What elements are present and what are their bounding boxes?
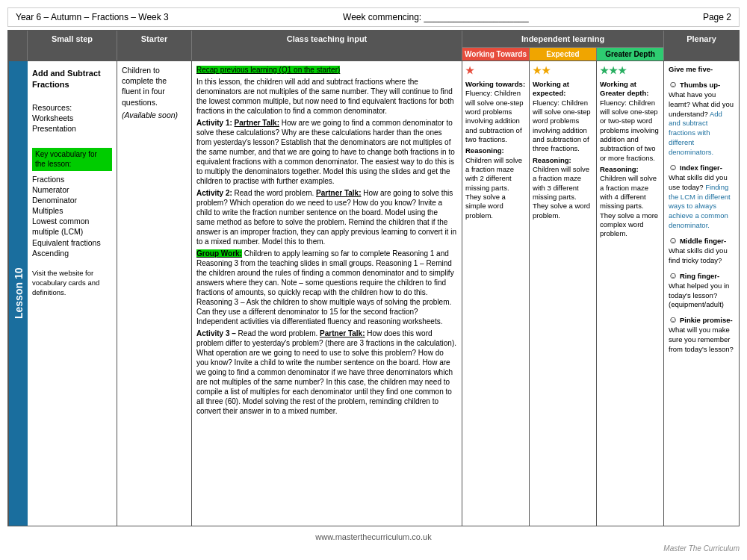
- exp-fluency: Fluency: Children will solve one-step wo…: [533, 99, 593, 154]
- teaching-cell: Recap previous learning (Q1 on the start…: [192, 61, 462, 526]
- keyword-box: Key vocabulary for the lesson:: [32, 148, 112, 171]
- column-headers: Small step Starter Class teaching input …: [8, 31, 739, 60]
- starter-available: (Available soon): [122, 110, 187, 120]
- exp-cell: ★★ Working at expected: Fluency: Childre…: [530, 61, 597, 526]
- teaching-recap: Recap previous learning (Q1 on the start…: [196, 66, 340, 74]
- activity2-text: Read the word problem.: [235, 189, 317, 197]
- header-title: Year 6 – Autumn – Fractions – Week 3: [16, 12, 169, 22]
- page-header: Year 6 – Autumn – Fractions – Week 3 Wee…: [7, 7, 740, 27]
- website-note: Visit the website for vocabulary cards a…: [32, 269, 112, 297]
- activity3-text2: How does this word problem differ to yes…: [196, 329, 456, 415]
- wt-reasoning-label: Reasoning:: [465, 146, 526, 155]
- gd-reasoning-label: Reasoning:: [600, 165, 660, 174]
- logo-text: Master The Curriculum: [663, 544, 740, 553]
- ind-learning-cell: ★ Working towards: Fluency: Children wil…: [462, 61, 664, 526]
- activity1-label: Activity 1:: [196, 119, 235, 127]
- gd-reasoning: Children will solve a fraction maze with…: [600, 174, 660, 238]
- starter-text: Children to complete the fluent in four …: [122, 65, 187, 108]
- plenary-item-4: ☺ Ring finger- What helped you in today'…: [669, 270, 734, 311]
- wt-fluency: Fluency: Children will solve one-step wo…: [465, 89, 526, 144]
- activity2-label: Activity 2:: [196, 189, 232, 197]
- keywords-list: Fractions Numerator Denominator Multiple…: [32, 174, 112, 258]
- activity2-partner-talk: Partner Talk:: [316, 189, 361, 197]
- header-plenary: Plenary: [664, 31, 739, 60]
- activity3-text: Read the word problem.: [238, 329, 320, 337]
- wt-cell: ★ Working towards: Fluency: Children wil…: [462, 61, 530, 526]
- plenary-cell: Give me five- ☺ Thumbs up- What have you…: [664, 61, 739, 526]
- plenary-title: Give me five-: [669, 65, 734, 75]
- activity1-partner-talk: Partner Talk:: [235, 119, 279, 127]
- plenary-item-2: ☺ Index finger- What skills did you use …: [669, 161, 734, 231]
- resource-presentation: Presentation: [32, 123, 112, 134]
- plenary-item-1: ☺ Thumbs up- What have you learnt? What …: [669, 78, 734, 158]
- logo-area: Master The Curriculum: [7, 544, 740, 553]
- gd-label: Working at Greater depth:: [600, 80, 660, 99]
- page-footer: www.masterthecurriculum.co.uk: [7, 532, 740, 541]
- teaching-body: In this lesson, the children will add an…: [196, 77, 457, 116]
- page-number: Page 2: [703, 12, 731, 22]
- group-work-label: Group Work:: [196, 249, 242, 258]
- footer-website: www.masterthecurriculum.co.uk: [315, 532, 431, 541]
- header-small-step: Small step: [28, 31, 117, 60]
- header-ind-learning: Independent learning: [462, 31, 663, 47]
- activity3-partner-talk: Partner Talk:: [320, 329, 365, 337]
- lesson-number: Lesson 10: [8, 61, 28, 526]
- small-step-title: Add and Subtract Fractions: [32, 68, 112, 90]
- exp-label: Working at expected:: [533, 80, 593, 99]
- header-gd: Greater Depth: [597, 48, 663, 60]
- resources-label: Resources:: [32, 102, 112, 113]
- header-exp: Expected: [530, 48, 597, 60]
- content-row: Lesson 10 Add and Subtract Fractions Res…: [8, 60, 739, 526]
- wt-label: Working towards:: [465, 80, 526, 89]
- starter-cell: Children to complete the fluent in four …: [117, 61, 192, 526]
- plenary-item-5: ☺ Pinkie promise- What will you make sur…: [669, 314, 734, 355]
- header-teaching: Class teaching input: [192, 31, 462, 60]
- gd-fluency: Fluency: Children will solve one-step or…: [600, 99, 660, 163]
- header-wt: Working Towards: [462, 48, 530, 60]
- activity1-text: How are we going to find a common denomi…: [196, 119, 455, 185]
- exp-reasoning: Children will solve a fraction maze with…: [533, 165, 593, 220]
- wt-reasoning: Children will solve a fraction maze with…: [465, 156, 526, 220]
- activity2-text2: How are going to solve this problem? Whi…: [196, 189, 456, 246]
- week-commencing: Week commencing: _____________________: [343, 12, 529, 22]
- ind-content: ★ Working towards: Fluency: Children wil…: [462, 61, 663, 526]
- activity3-label: Activity 3 –: [196, 329, 236, 337]
- plenary-item-3: ☺ Middle finger- What skills did you fin…: [669, 234, 734, 266]
- small-step-cell: Add and Subtract Fractions Resources: Wo…: [28, 61, 117, 526]
- exp-reasoning-label: Reasoning:: [533, 156, 593, 165]
- gd-cell: ★★★ Working at Greater depth: Fluency: C…: [597, 61, 663, 526]
- group-work-text: Children to apply learning so far to com…: [196, 249, 454, 326]
- main-table: Small step Starter Class teaching input …: [7, 30, 740, 526]
- header-starter: Starter: [117, 31, 192, 60]
- resource-worksheets: Worksheets: [32, 113, 112, 123]
